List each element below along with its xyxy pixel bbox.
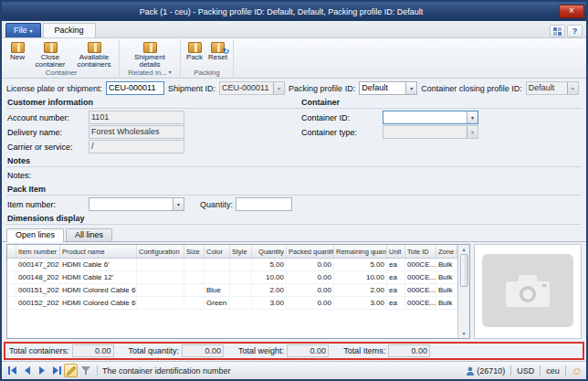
cell-size[interactable] xyxy=(184,271,205,283)
scroll-down-icon[interactable]: ▼ xyxy=(462,329,467,338)
cell-item-number[interactable]: 000151_202 xyxy=(16,284,60,296)
record-marker-cell[interactable] xyxy=(7,297,16,309)
tab-packing[interactable]: Packing xyxy=(43,23,96,37)
close-container-button[interactable]: Close container xyxy=(28,39,72,69)
shipment-id-input[interactable]: CEU-000011 ▾ xyxy=(219,81,285,95)
record-marker-cell[interactable] xyxy=(7,271,16,283)
cell-size[interactable] xyxy=(184,259,205,270)
smiley-icon[interactable]: ☺ xyxy=(572,365,583,376)
first-record-button[interactable] xyxy=(5,364,19,377)
shipment-details-button[interactable]: Shipment details xyxy=(122,39,177,69)
cell-unit[interactable]: ea xyxy=(387,297,405,309)
cell-zone-id[interactable]: Bulk xyxy=(436,297,457,309)
cell-quantity[interactable]: 5.00 xyxy=(252,259,287,270)
delivery-name-field[interactable]: Forest Wholesales xyxy=(89,125,184,139)
chevron-down-icon[interactable]: ▾ xyxy=(467,111,478,123)
company-label[interactable]: ceu xyxy=(546,366,560,376)
cell-configuration[interactable] xyxy=(137,297,184,309)
chevron-down-icon[interactable]: ▾ xyxy=(467,126,478,138)
cell-unit[interactable]: ea xyxy=(387,259,405,270)
license-plate-input[interactable]: CEU-000011 xyxy=(106,81,164,95)
notes-field[interactable] xyxy=(89,169,582,182)
grid-header-cell[interactable]: Product name xyxy=(60,245,137,258)
cell-product-name[interactable]: HDMI Colored Cable 6' xyxy=(60,284,137,296)
scrollbar-thumb[interactable] xyxy=(460,254,468,287)
cell-configuration[interactable] xyxy=(137,259,184,270)
cell-color[interactable]: Blue xyxy=(205,284,230,296)
cell-color[interactable] xyxy=(205,259,230,270)
new-button[interactable]: New xyxy=(6,39,28,61)
cell-color[interactable]: Green xyxy=(205,297,230,309)
cell-remaining-quantity[interactable]: 10.00 xyxy=(334,271,387,283)
cell-quantity[interactable]: 3.00 xyxy=(252,297,287,309)
cell-color[interactable] xyxy=(205,271,230,283)
account-number-field[interactable]: 1101 xyxy=(89,111,184,124)
scroll-up-icon[interactable]: ▲ xyxy=(462,245,467,254)
last-record-button[interactable] xyxy=(49,364,63,377)
grid-header-cell[interactable]: Item number xyxy=(16,245,60,258)
record-marker-cell[interactable] xyxy=(7,284,16,296)
grid-header-cell[interactable]: Tote ID xyxy=(405,245,436,258)
chevron-down-icon[interactable]: ▾ xyxy=(273,82,284,94)
cell-tote-id[interactable]: 000CE... xyxy=(405,259,436,270)
next-record-button[interactable] xyxy=(35,364,48,377)
file-tab[interactable]: File ▾ xyxy=(5,23,41,37)
table-row[interactable]: 000152_202 HDMI Colored Cable 6' Green 3… xyxy=(7,297,457,310)
currency-label[interactable]: USD xyxy=(517,366,534,376)
grid-header-cell[interactable]: Configuration xyxy=(137,245,184,258)
cell-zone-id[interactable]: Bulk xyxy=(436,259,457,270)
cell-style[interactable] xyxy=(230,284,252,296)
cell-packed-quantity[interactable]: 0.00 xyxy=(287,259,334,270)
cell-unit[interactable]: ea xyxy=(387,271,405,283)
cell-configuration[interactable] xyxy=(137,284,184,296)
cell-packed-quantity[interactable]: 0.00 xyxy=(287,297,334,309)
grid-header-cell[interactable]: Style xyxy=(230,245,252,258)
item-number-input[interactable]: ▾ xyxy=(89,197,184,211)
grid-header-cell[interactable]: Zone ID xyxy=(436,245,457,258)
container-type-input[interactable]: ▾ xyxy=(383,125,478,139)
reset-button[interactable]: ↻ Reset xyxy=(205,39,230,61)
chevron-down-icon[interactable]: ▾ xyxy=(405,82,416,94)
quantity-input[interactable] xyxy=(236,197,292,211)
cell-quantity[interactable]: 2.00 xyxy=(252,284,287,296)
cell-packed-quantity[interactable]: 0.00 xyxy=(287,271,334,283)
table-row[interactable]: 000151_202 HDMI Colored Cable 6' Blue 2.… xyxy=(7,284,457,297)
grid-header-cell[interactable]: Size xyxy=(184,245,205,258)
edit-record-button[interactable] xyxy=(64,364,78,377)
pack-button[interactable]: Pack xyxy=(184,39,205,61)
tab-all-lines[interactable]: All lines xyxy=(66,228,112,241)
cell-item-number[interactable]: 000147_202 xyxy=(16,259,60,270)
cell-zone-id[interactable]: Bulk xyxy=(436,284,457,296)
filter-button[interactable] xyxy=(79,364,92,377)
cell-unit[interactable]: ea xyxy=(387,284,405,296)
container-closing-profile-input[interactable]: Default ▾ xyxy=(526,81,579,95)
cell-item-number[interactable]: 000152_202 xyxy=(16,297,60,309)
window-panes-icon[interactable] xyxy=(550,25,565,37)
help-icon[interactable]: ? xyxy=(567,25,583,37)
cell-remaining-quantity[interactable]: 5.00 xyxy=(334,259,387,270)
table-row[interactable]: 000147_202 HDMI Cable 6' 5.00 0.00 5.00 … xyxy=(7,259,457,271)
previous-record-button[interactable] xyxy=(20,364,34,377)
record-marker-cell[interactable] xyxy=(7,259,16,270)
cell-tote-id[interactable]: 000CE... xyxy=(405,297,436,309)
available-containers-button[interactable]: Available containers xyxy=(72,39,116,69)
carrier-field[interactable]: / xyxy=(89,140,184,153)
cell-remaining-quantity[interactable]: 3.00 xyxy=(334,297,387,309)
cell-style[interactable] xyxy=(230,297,252,309)
grid-header-cell[interactable]: Quantity xyxy=(252,245,287,258)
cell-size[interactable] xyxy=(184,284,205,296)
packing-profile-input[interactable]: Default ▾ xyxy=(359,81,417,95)
cell-tote-id[interactable]: 000CE... xyxy=(405,271,436,283)
cell-product-name[interactable]: HDMI Cable 12' xyxy=(60,271,137,283)
tab-open-lines[interactable]: Open lines xyxy=(6,228,64,242)
table-row[interactable]: 000148_202 HDMI Cable 12' 10.00 0.00 10.… xyxy=(7,271,457,284)
cell-zone-id[interactable]: Bulk xyxy=(436,271,457,283)
cell-product-name[interactable]: HDMI Cable 6' xyxy=(60,259,137,270)
grid-header-cell[interactable]: Color xyxy=(205,245,230,258)
grid-header-cell[interactable]: Remaining quantity xyxy=(334,245,387,258)
grid-header-cell[interactable]: Unit xyxy=(387,245,405,258)
cell-tote-id[interactable]: 000CE... xyxy=(405,284,436,296)
cell-packed-quantity[interactable]: 0.00 xyxy=(287,284,334,296)
cell-size[interactable] xyxy=(184,297,205,309)
grid-vertical-scrollbar[interactable]: ▲ ▼ xyxy=(457,245,469,338)
